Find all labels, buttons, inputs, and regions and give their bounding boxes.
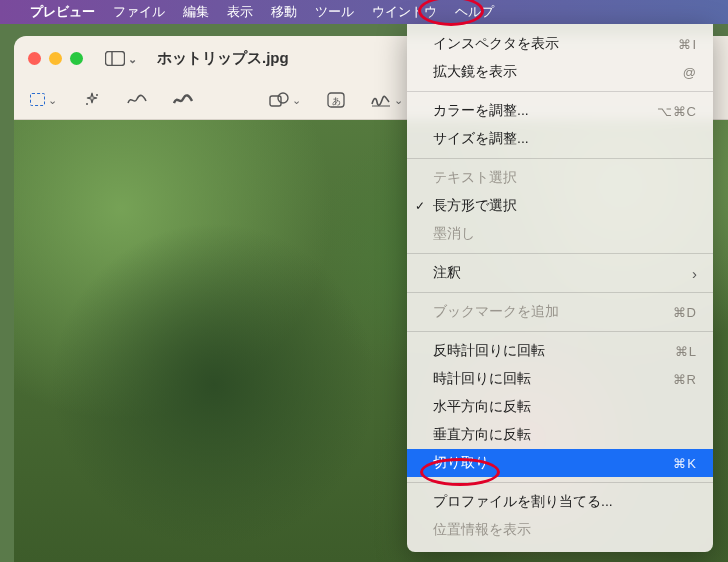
svg-point-3 bbox=[86, 103, 88, 105]
checkmark-icon: ✓ bbox=[415, 199, 425, 213]
menu-item-shortcut: ⌘D bbox=[673, 305, 697, 320]
sparkle-icon bbox=[83, 91, 101, 109]
menu-item-assign-profile[interactable]: プロファイルを割り当てる... bbox=[407, 488, 713, 516]
menu-item-label: テキスト選択 bbox=[433, 169, 517, 187]
menu-item-shortcut: ⌘R bbox=[673, 372, 697, 387]
window-title: ホットリップス.jpg bbox=[157, 49, 289, 68]
tools-dropdown-menu: インスペクタを表示 ⌘I 拡大鏡を表示 @ カラーを調整... ⌥⌘C サイズを… bbox=[407, 24, 713, 552]
selection-rect-icon bbox=[30, 93, 45, 106]
menu-item-label: 時計回りに回転 bbox=[433, 370, 531, 388]
menu-tools[interactable]: ツール bbox=[315, 3, 354, 21]
squiggle-bold-icon bbox=[173, 93, 193, 107]
menu-item-show-inspector[interactable]: インスペクタを表示 ⌘I bbox=[407, 30, 713, 58]
sign-tool[interactable] bbox=[371, 92, 403, 108]
menu-item-shortcut: @ bbox=[683, 65, 697, 80]
signature-icon bbox=[371, 93, 391, 107]
menu-item-label: インスペクタを表示 bbox=[433, 35, 559, 53]
menu-item-label: ブックマークを追加 bbox=[433, 303, 559, 321]
svg-point-5 bbox=[278, 93, 288, 103]
squiggle-icon bbox=[127, 93, 147, 107]
chevron-down-icon bbox=[128, 50, 137, 67]
menu-item-text-select: テキスト選択 bbox=[407, 164, 713, 192]
traffic-lights bbox=[28, 52, 83, 65]
menu-item-add-bookmark: ブックマークを追加 ⌘D bbox=[407, 298, 713, 326]
menu-edit[interactable]: 編集 bbox=[183, 3, 209, 21]
menu-help[interactable]: ヘルプ bbox=[455, 3, 494, 21]
sidebar-toggle-button[interactable] bbox=[105, 50, 137, 67]
menu-item-show-magnifier[interactable]: 拡大鏡を表示 @ bbox=[407, 58, 713, 86]
menu-item-label: 垂直方向に反転 bbox=[433, 426, 531, 444]
menu-item-adjust-color[interactable]: カラーを調整... ⌥⌘C bbox=[407, 97, 713, 125]
macos-menubar: プレビュー ファイル 編集 表示 移動 ツール ウインドウ ヘルプ bbox=[0, 0, 728, 24]
menu-separator bbox=[407, 91, 713, 92]
menu-item-label: 墨消し bbox=[433, 225, 475, 243]
menu-item-adjust-size[interactable]: サイズを調整... bbox=[407, 125, 713, 153]
menu-window[interactable]: ウインドウ bbox=[372, 3, 437, 21]
selection-tool[interactable] bbox=[30, 92, 57, 108]
menu-item-shortcut: ⌥⌘C bbox=[657, 104, 697, 119]
menu-item-crop[interactable]: 切り取り ⌘K bbox=[407, 449, 713, 477]
shapes-icon bbox=[269, 92, 289, 108]
menu-separator bbox=[407, 253, 713, 254]
draw-tool[interactable] bbox=[173, 93, 193, 107]
menu-item-rect-select[interactable]: ✓ 長方形で選択 bbox=[407, 192, 713, 220]
menu-separator bbox=[407, 158, 713, 159]
menu-item-label: カラーを調整... bbox=[433, 102, 529, 120]
menu-separator bbox=[407, 292, 713, 293]
menu-item-flip-h[interactable]: 水平方向に反転 bbox=[407, 393, 713, 421]
svg-point-2 bbox=[96, 94, 98, 96]
close-button[interactable] bbox=[28, 52, 41, 65]
minimize-button[interactable] bbox=[49, 52, 62, 65]
text-tool[interactable]: あ bbox=[327, 92, 345, 108]
chevron-down-icon bbox=[292, 92, 301, 108]
menu-item-label: 反時計回りに回転 bbox=[433, 342, 545, 360]
menu-go[interactable]: 移動 bbox=[271, 3, 297, 21]
chevron-right-icon: › bbox=[692, 265, 697, 282]
menu-separator bbox=[407, 482, 713, 483]
menu-item-rotate-ccw[interactable]: 反時計回りに回転 ⌘L bbox=[407, 337, 713, 365]
menubar-app-name[interactable]: プレビュー bbox=[30, 3, 95, 21]
sketch-tool[interactable] bbox=[127, 93, 147, 107]
menu-item-label: 長方形で選択 bbox=[433, 197, 517, 215]
menu-item-label: 拡大鏡を表示 bbox=[433, 63, 517, 81]
menu-view[interactable]: 表示 bbox=[227, 3, 253, 21]
sidebar-icon bbox=[105, 51, 125, 66]
menu-item-label: 位置情報を表示 bbox=[433, 521, 531, 539]
menu-item-redact: 墨消し bbox=[407, 220, 713, 248]
menu-item-show-location: 位置情報を表示 bbox=[407, 516, 713, 544]
menu-item-flip-v[interactable]: 垂直方向に反転 bbox=[407, 421, 713, 449]
svg-text:あ: あ bbox=[332, 96, 341, 106]
instant-alpha-tool[interactable] bbox=[83, 91, 101, 109]
text-box-icon: あ bbox=[327, 92, 345, 108]
menu-separator bbox=[407, 331, 713, 332]
chevron-down-icon bbox=[48, 92, 57, 108]
menu-item-label: 注釈 bbox=[433, 264, 461, 282]
menu-item-shortcut: ⌘L bbox=[675, 344, 697, 359]
zoom-button[interactable] bbox=[70, 52, 83, 65]
menu-item-annotate[interactable]: 注釈 › bbox=[407, 259, 713, 287]
shapes-tool[interactable] bbox=[269, 92, 301, 108]
svg-rect-0 bbox=[106, 51, 125, 65]
menu-item-label: 水平方向に反転 bbox=[433, 398, 531, 416]
menu-item-label: プロファイルを割り当てる... bbox=[433, 493, 613, 511]
menu-item-shortcut: ⌘K bbox=[673, 456, 697, 471]
menu-item-label: 切り取り bbox=[433, 454, 489, 472]
menu-item-label: サイズを調整... bbox=[433, 130, 529, 148]
chevron-down-icon bbox=[394, 92, 403, 108]
menu-item-shortcut: ⌘I bbox=[678, 37, 697, 52]
menu-item-rotate-cw[interactable]: 時計回りに回転 ⌘R bbox=[407, 365, 713, 393]
menu-file[interactable]: ファイル bbox=[113, 3, 165, 21]
